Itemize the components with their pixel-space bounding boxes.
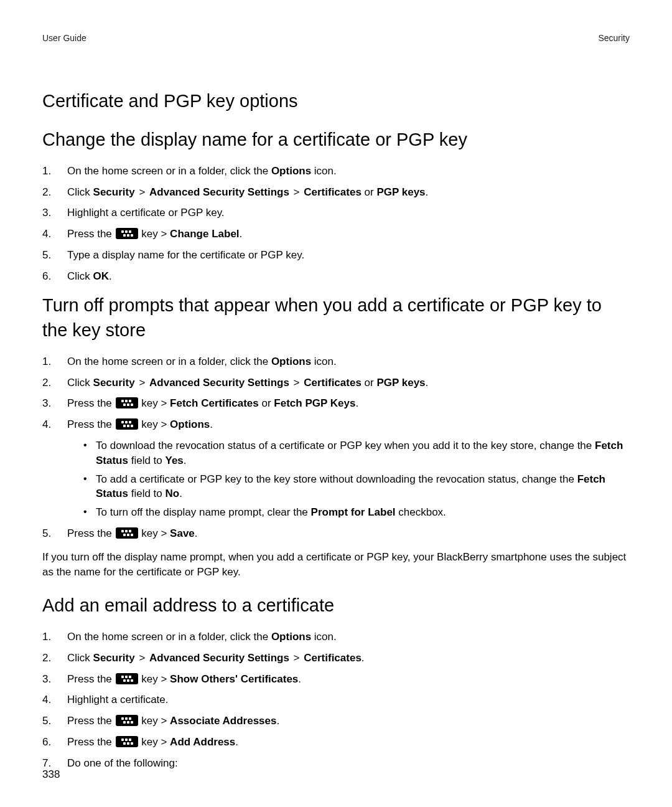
step-text: Press the [67, 527, 115, 539]
bold: Options [271, 356, 311, 367]
step-text: . [426, 186, 429, 198]
bold: Prompt for Label [311, 506, 396, 518]
header-left: User Guide [42, 32, 86, 45]
menu-key-icon [116, 673, 138, 684]
menu-key-icon [116, 527, 138, 539]
bold: PGP keys [376, 377, 425, 389]
bold: Yes [166, 455, 184, 466]
step: On the home screen or in a folder, click… [42, 164, 630, 179]
step-text: . [210, 418, 213, 430]
bold: Certificates [304, 377, 362, 389]
section-b-note: If you turn off the display name prompt,… [42, 550, 630, 580]
bullet-text: field to [128, 488, 166, 499]
separator: > [289, 377, 304, 389]
step-text: Click [67, 377, 93, 389]
bold: Add Address [170, 736, 235, 748]
step-text: icon. [311, 356, 337, 367]
bold: Advanced Security Settings [149, 652, 289, 664]
bold: Certificates [304, 186, 362, 198]
bullet: To turn off the display name prompt, cle… [82, 505, 630, 520]
bold: Options [271, 631, 311, 643]
bold: Fetch Certificates [170, 397, 259, 409]
section-a-title: Change the display name for a certificat… [42, 127, 630, 153]
step: Press the key > Change Label. [42, 227, 630, 242]
step: Click Security > Advanced Security Setti… [42, 651, 630, 666]
step-text: key > [139, 228, 170, 240]
step: On the home screen or in a folder, click… [42, 630, 630, 644]
step: Type a display name for the certificate … [42, 248, 630, 263]
step-text: On the home screen or in a folder, click… [67, 165, 271, 177]
step: On the home screen or in a folder, click… [42, 354, 630, 369]
step-text: . [355, 397, 358, 409]
bullet-text: . [179, 488, 182, 499]
page-number: 338 [42, 767, 60, 782]
step-text: . [195, 527, 198, 539]
step-text: Highlight a certificate or PGP key. [67, 207, 225, 219]
bullet-text: . [184, 455, 187, 466]
step: Press the key > Options. To download the… [42, 417, 630, 520]
step-text: key > [139, 527, 170, 539]
step-text: . [235, 736, 238, 748]
bold: OK [93, 270, 110, 282]
section-c-steps: On the home screen or in a folder, click… [42, 630, 630, 771]
step-text: or [362, 186, 377, 198]
page-title: Certificate and PGP key options [42, 88, 630, 114]
bullet: To download the revocation status of a c… [82, 438, 630, 468]
step-text: icon. [311, 165, 337, 177]
step-text: Click [67, 270, 93, 282]
menu-key-icon [116, 418, 138, 430]
step-text: . [362, 652, 365, 664]
bold: Security [93, 186, 135, 198]
step: Do one of the following: [42, 756, 630, 771]
menu-key-icon [116, 736, 138, 747]
step-text: Do one of the following: [67, 757, 178, 769]
bold: Security [93, 377, 135, 389]
bold: Show Others' Certificates [170, 673, 298, 685]
menu-key-icon [116, 228, 138, 239]
step-text: . [426, 377, 429, 389]
bullet-text: To turn off the display name prompt, cle… [96, 506, 311, 518]
bold: Advanced Security Settings [149, 186, 289, 198]
step-text: key > [139, 418, 170, 430]
step-text: Click [67, 186, 93, 198]
step: Click OK. [42, 269, 630, 284]
running-header: User Guide Security [42, 32, 630, 45]
step: Press the key > Fetch Certificates or Fe… [42, 396, 630, 411]
step-text: . [109, 270, 112, 282]
step-text: key > [139, 736, 170, 748]
header-right: Security [598, 32, 630, 45]
bold: Advanced Security Settings [149, 377, 289, 389]
step-text: Press the [67, 228, 115, 240]
step-text: or [362, 377, 377, 389]
step-text: key > [139, 673, 170, 685]
step-text: Press the [67, 715, 115, 727]
bold: Security [93, 652, 135, 664]
step: Click Security > Advanced Security Setti… [42, 375, 630, 390]
step-text: key > [139, 397, 170, 409]
step-text: icon. [311, 631, 337, 643]
step: Press the key > Add Address. [42, 735, 630, 750]
separator: > [289, 652, 304, 664]
section-a-steps: On the home screen or in a folder, click… [42, 164, 630, 284]
step-text: Click [67, 652, 93, 664]
step-text: key > [139, 715, 170, 727]
section-b-title: Turn off prompts that appear when you ad… [42, 293, 630, 343]
bold: No [166, 488, 180, 499]
bullet-text: checkbox. [396, 506, 446, 518]
bullet-text: To add a certificate or PGP key to the k… [96, 473, 577, 485]
page: User Guide Security Certificate and PGP … [0, 0, 672, 807]
step-text: or [259, 397, 274, 409]
bullet-text: To download the revocation status of a c… [96, 440, 595, 451]
menu-key-icon [116, 397, 138, 408]
bullet: To add a certificate or PGP key to the k… [82, 472, 630, 502]
step: Highlight a certificate. [42, 692, 630, 707]
step: Press the key > Save. [42, 526, 630, 541]
step-text: Press the [67, 736, 115, 748]
section-c-title: Add an email address to a certificate [42, 593, 630, 618]
step-text: . [276, 715, 279, 727]
step: Press the key > Show Others' Certificate… [42, 672, 630, 687]
bold: Change Label [170, 228, 239, 240]
step-text: . [240, 228, 243, 240]
bold: Save [170, 527, 195, 539]
step: Highlight a certificate or PGP key. [42, 205, 630, 220]
